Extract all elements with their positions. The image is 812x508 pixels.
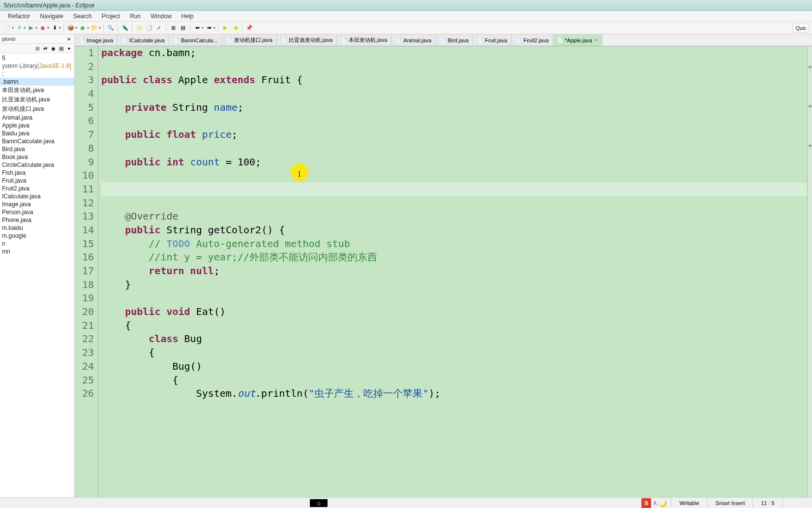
code-line[interactable]: }	[101, 278, 807, 292]
bookmark-icon[interactable]: 📑	[145, 24, 153, 32]
code-line[interactable]	[101, 114, 807, 128]
tree-file[interactable]: Fruit.java	[0, 177, 74, 185]
editor-tab[interactable]: 📄比亚迪发动机.java	[277, 34, 337, 46]
code-line[interactable]	[101, 169, 807, 183]
code-line[interactable]	[101, 291, 807, 305]
code-line[interactable]: //int y = year;//外部类不能访问内部类的东西	[101, 251, 807, 264]
tree-file[interactable]: Baidu.java	[0, 129, 74, 137]
wand-icon[interactable]: ✨	[135, 24, 144, 32]
menu-icon[interactable]: ▾	[65, 45, 72, 52]
tree-file[interactable]: Bird.java	[0, 145, 74, 153]
tree-file[interactable]: Apple.java	[0, 122, 74, 129]
editor-tab[interactable]: 📄本田发动机.java	[337, 34, 391, 46]
editor-tab[interactable]: 📄发动机接口.java	[222, 34, 277, 46]
editor-tab[interactable]: 📄*Apple.java✕	[553, 34, 603, 46]
filter-icon[interactable]: ▤	[58, 45, 64, 52]
editor-tab[interactable]: 📄BamnCalcula...	[169, 34, 222, 46]
editor-tab[interactable]: 📄Bird.java	[436, 34, 473, 46]
code-line[interactable]: class Bug	[101, 332, 807, 346]
tree-file[interactable]: Fish.java	[0, 169, 74, 177]
pin-icon[interactable]: 📌	[245, 24, 254, 32]
tree-file[interactable]: m.google	[0, 232, 74, 240]
editor-tab[interactable]: 📄Fruit2.java	[511, 34, 553, 46]
menu-navigate[interactable]: Navigate	[35, 12, 68, 21]
overview-ruler[interactable]	[807, 46, 812, 497]
tree-file[interactable]: Fruit2.java	[0, 185, 74, 192]
folder-icon[interactable]: 📁	[90, 24, 99, 32]
tree-file[interactable]: n	[0, 240, 74, 248]
close-tab-icon[interactable]: ✕	[594, 37, 598, 43]
coverage-icon[interactable]: ◉	[38, 24, 47, 32]
code-body[interactable]: I package cn.bamn;public class Apple ext…	[98, 46, 807, 497]
code-line[interactable]: {	[101, 374, 807, 387]
tree-file[interactable]: Person.java	[0, 208, 74, 216]
tree-file[interactable]: mn	[0, 248, 74, 255]
code-line[interactable]: private String name;	[101, 101, 807, 115]
code-line[interactable]: public void Eat()	[101, 305, 807, 319]
close-panel-icon[interactable]: ✕	[65, 35, 72, 42]
tree-package-selected[interactable]: .bamn	[0, 78, 74, 86]
tree-file[interactable]: BamnCalculate.java	[0, 137, 74, 145]
breadcrumb-icon[interactable]: ▤	[179, 24, 187, 32]
code-line[interactable]: System.out.println("虫子产生，吃掉一个苹果");	[101, 387, 807, 401]
tree-file[interactable]: m.baidu	[0, 224, 74, 232]
tree-file[interactable]: 比亚迪发动机.java	[0, 95, 74, 104]
tree-file[interactable]: Image.java	[0, 200, 74, 208]
tree-file[interactable]: Animal.java	[0, 114, 74, 122]
code-line[interactable]	[101, 87, 807, 101]
tree-src[interactable]: ;	[0, 70, 74, 78]
class-icon[interactable]: ◉	[78, 24, 87, 32]
tree-file[interactable]: Book.java	[0, 153, 74, 161]
link-icon[interactable]: ⇄	[42, 45, 49, 52]
open-type-icon[interactable]: 🔍	[106, 24, 115, 32]
new-icon[interactable]: 📄	[3, 24, 12, 32]
code-line[interactable]: public String getColor2() {	[101, 223, 807, 237]
focus-icon[interactable]: ◉	[50, 45, 57, 52]
tree-file[interactable]: 本田发动机.java	[0, 86, 74, 95]
code-line[interactable]	[101, 142, 807, 156]
ext-icon[interactable]: ⬇	[50, 24, 59, 32]
tree-file[interactable]: Phone.java	[0, 216, 74, 224]
back-icon[interactable]: ⬅	[193, 24, 202, 32]
code-line[interactable]: public int count = 100;	[101, 156, 807, 169]
code-line[interactable]: Bug()	[101, 360, 807, 374]
code-line[interactable]: @Override	[101, 210, 807, 223]
next-ann-icon[interactable]: ▶	[221, 24, 230, 32]
menubar[interactable]: RefactorNavigateSearchProjectRunWindowHe…	[0, 11, 812, 22]
search-icon[interactable]: 🔦	[120, 24, 129, 32]
collapse-icon[interactable]: ⊟	[34, 45, 41, 52]
menu-project[interactable]: Project	[97, 12, 125, 21]
menu-run[interactable]: Run	[125, 12, 146, 21]
code-line[interactable]: // TODO Auto-generated method stub	[101, 237, 807, 251]
menu-help[interactable]: Help	[177, 12, 199, 21]
task-icon[interactable]: ✓	[154, 24, 163, 32]
forward-icon[interactable]: ➡	[205, 24, 213, 32]
compass-icon[interactable]: ✳	[15, 24, 24, 32]
editor-tab[interactable]: 📄Image.java	[75, 34, 118, 46]
code-line[interactable]: package cn.bamn;	[101, 46, 807, 60]
run-icon[interactable]: ▶	[27, 24, 35, 32]
editor-tab[interactable]: 📄Animal.java	[391, 34, 436, 46]
package-icon[interactable]: 📦	[66, 24, 75, 32]
code-line[interactable]: public float price;	[101, 128, 807, 142]
tree-root[interactable]: 5	[0, 54, 74, 62]
tree-file[interactable]: 发动机接口.java	[0, 104, 74, 114]
editor-tab[interactable]: 📄Fruit.java	[473, 34, 511, 46]
code-line[interactable]: {	[101, 346, 807, 360]
quick-access[interactable]: Quic	[793, 24, 809, 32]
editor-tab[interactable]: 📄ICalculate.java	[118, 34, 169, 46]
code-line[interactable]: {	[101, 319, 807, 333]
code-line[interactable]: return null;	[101, 264, 807, 278]
menu-refactor[interactable]: Refactor	[3, 12, 35, 21]
menu-search[interactable]: Search	[68, 12, 97, 21]
prev-ann-icon[interactable]: ◀	[231, 24, 240, 32]
code-line[interactable]	[101, 183, 807, 196]
code-line[interactable]: public class Apple extends Fruit {	[101, 73, 807, 87]
ime-icon[interactable]: S	[641, 498, 651, 508]
tree-file[interactable]: CircleCalculate.java	[0, 161, 74, 169]
code-editor[interactable]: 1234567891011121314151617181920212223242…	[75, 46, 812, 497]
code-line[interactable]	[101, 60, 807, 74]
tree-file[interactable]: ICalculate.java	[0, 192, 74, 200]
menu-window[interactable]: Window	[146, 12, 177, 21]
tree-library[interactable]: ystem Library [JavaSE-1.8]	[0, 62, 74, 70]
